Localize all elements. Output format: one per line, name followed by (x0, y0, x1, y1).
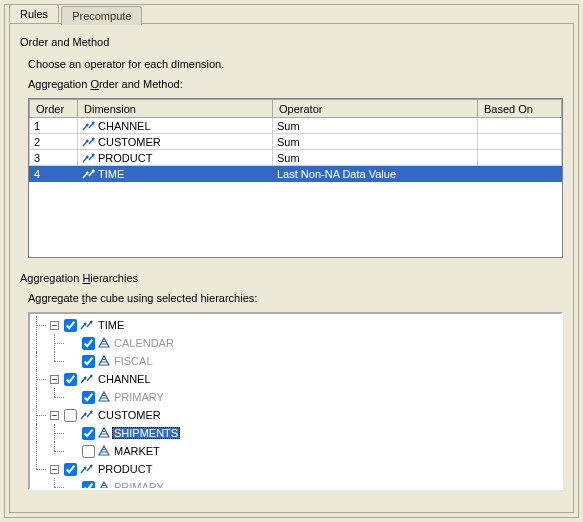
table-label: Aggregation Order and Method: (28, 78, 563, 90)
tree-node-label[interactable]: TIME (96, 319, 126, 331)
tree-dimension-node[interactable]: − CUSTOMER (32, 406, 559, 424)
hierarchies-subtitle: Aggregate the cube using selected hierar… (28, 292, 563, 304)
cell-order[interactable]: 4 (30, 166, 78, 182)
tree-node-label[interactable]: SHIPMENTS (112, 427, 180, 439)
table-row[interactable]: 1 CHANNEL Sum (30, 118, 562, 134)
tab-precompute[interactable]: Precompute (61, 6, 142, 25)
tree-branch (50, 442, 66, 460)
tree-branch (32, 316, 48, 334)
cell-order[interactable]: 1 (30, 118, 78, 134)
hierarchy-icon (98, 337, 110, 349)
hierarchy-icon (98, 355, 110, 367)
tree-branch (50, 478, 66, 490)
cell-operator[interactable]: Last Non-NA Data Value (273, 166, 478, 182)
tree-node-label[interactable]: CHANNEL (96, 373, 153, 385)
tree-branch (32, 424, 48, 442)
section-subtitle: Choose an operator for each dimension. (28, 58, 563, 70)
tab-rules[interactable]: Rules (9, 4, 59, 23)
table-row[interactable]: 3 PRODUCT Sum (30, 150, 562, 166)
tree-checkbox[interactable] (82, 391, 95, 404)
tree-spacer (68, 357, 77, 366)
dimension-icon (80, 373, 94, 385)
aggregation-order-table[interactable]: Order Dimension Operator Based On 1 CHAN… (28, 98, 563, 258)
table-row[interactable]: 4 TIME Last Non-NA Data Value (30, 166, 562, 182)
col-operator[interactable]: Operator (273, 100, 478, 118)
tree-node-label[interactable]: MARKET (112, 445, 162, 457)
tree-toggle-icon[interactable]: − (50, 465, 59, 474)
tab-content-rules: Order and Method Choose an operator for … (9, 23, 574, 513)
hierarchy-icon (98, 427, 110, 439)
tree-node-label[interactable]: FISCAL (112, 355, 155, 367)
tree-hierarchy-node[interactable]: PRIMARY (32, 388, 559, 406)
tree-branch (32, 442, 48, 460)
tree-dimension-node[interactable]: − TIME (32, 316, 559, 334)
tree-checkbox[interactable] (64, 319, 77, 332)
table-row[interactable]: 2 CUSTOMER Sum (30, 134, 562, 150)
tree-branch (50, 388, 66, 406)
hierarchies-title: Aggregation Hierarchies (20, 272, 563, 284)
tree-hierarchy-node[interactable]: CALENDAR (32, 334, 559, 352)
tree-node-label[interactable]: CUSTOMER (96, 409, 163, 421)
dimension-icon (80, 409, 94, 421)
cell-order[interactable]: 3 (30, 150, 78, 166)
dimension-icon (80, 463, 94, 475)
tree-branch (50, 352, 66, 370)
cell-dimension[interactable]: PRODUCT (78, 150, 273, 166)
col-order[interactable]: Order (30, 100, 78, 118)
cell-basedon[interactable] (478, 166, 562, 182)
cell-operator[interactable]: Sum (273, 150, 478, 166)
col-basedon[interactable]: Based On (478, 100, 562, 118)
tree-node-label[interactable]: CALENDAR (112, 337, 176, 349)
cell-operator[interactable]: Sum (273, 118, 478, 134)
tree-toggle-icon[interactable]: − (50, 411, 59, 420)
tree-branch (32, 406, 48, 424)
tree-hierarchy-node[interactable]: PRIMARY (32, 478, 559, 490)
tree-branch (32, 334, 48, 352)
tree-checkbox[interactable] (64, 373, 77, 386)
hierarchy-icon (98, 445, 110, 457)
tree-branch (50, 424, 66, 442)
tree-checkbox[interactable] (82, 481, 95, 491)
cell-basedon[interactable] (478, 134, 562, 150)
dimension-icon (82, 168, 96, 180)
cell-order[interactable]: 2 (30, 134, 78, 150)
tree-branch (32, 352, 48, 370)
cell-basedon[interactable] (478, 118, 562, 134)
tree-checkbox[interactable] (82, 355, 95, 368)
tree-checkbox[interactable] (82, 337, 95, 350)
tree-dimension-node[interactable]: − CHANNEL (32, 370, 559, 388)
dimension-label: PRODUCT (98, 152, 152, 164)
tree-node-label[interactable]: PRIMARY (112, 481, 166, 490)
tree-dimension-node[interactable]: − PRODUCT (32, 460, 559, 478)
tree-branch (32, 478, 48, 490)
hierarchy-icon (98, 391, 110, 403)
cell-dimension[interactable]: CHANNEL (78, 118, 273, 134)
tree-branch (32, 370, 48, 388)
tree-checkbox[interactable] (64, 409, 77, 422)
tree-spacer (68, 447, 77, 456)
col-dimension[interactable]: Dimension (78, 100, 273, 118)
tree-toggle-icon[interactable]: − (50, 321, 59, 330)
tree-hierarchy-node[interactable]: FISCAL (32, 352, 559, 370)
section-title: Order and Method (20, 36, 563, 48)
hierarchies-tree[interactable]: − TIME CALENDAR (28, 312, 563, 490)
dimension-label: CUSTOMER (98, 136, 161, 148)
tree-checkbox[interactable] (64, 463, 77, 476)
cell-dimension[interactable]: CUSTOMER (78, 134, 273, 150)
tree-branch (50, 334, 66, 352)
tree-checkbox[interactable] (82, 445, 95, 458)
cell-dimension[interactable]: TIME (78, 166, 273, 182)
tree-node-label[interactable]: PRODUCT (96, 463, 154, 475)
dimension-icon (82, 120, 96, 132)
tree-spacer (68, 483, 77, 491)
cell-operator[interactable]: Sum (273, 134, 478, 150)
tree-checkbox[interactable] (82, 427, 95, 440)
tree-node-label[interactable]: PRIMARY (112, 391, 166, 403)
tree-toggle-icon[interactable]: − (50, 375, 59, 384)
dimension-icon (80, 319, 94, 331)
tree-branch (32, 388, 48, 406)
tree-spacer (68, 339, 77, 348)
cell-basedon[interactable] (478, 150, 562, 166)
tree-hierarchy-node[interactable]: SHIPMENTS (32, 424, 559, 442)
tree-hierarchy-node[interactable]: MARKET (32, 442, 559, 460)
